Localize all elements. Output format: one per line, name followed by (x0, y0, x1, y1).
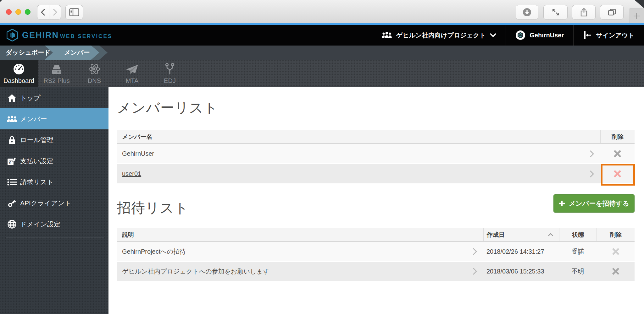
sidebar-toggle-button[interactable] (65, 5, 83, 19)
member-table: メンバー名 削除 GehirnUser user01 (117, 130, 635, 184)
globe-icon (7, 219, 17, 229)
delete-invite-button[interactable] (612, 268, 619, 275)
user-menu[interactable]: GehirnUser (506, 25, 573, 46)
table-row[interactable]: GehirnUser (117, 144, 635, 164)
invite-delete-header: 削除 (597, 228, 635, 241)
table-row[interactable]: ゲヒルン社内プロジェクトへの参加をお願いします 2018/03/06 15:25… (117, 262, 635, 282)
tab-dashboard[interactable]: Dashboard (0, 60, 38, 87)
breadcrumb-item-dashboard[interactable]: ダッシュボード (0, 46, 53, 60)
tab-mta[interactable]: MTA (113, 60, 151, 87)
sort-asc-icon (548, 233, 553, 236)
tab-edj[interactable]: EDJ (151, 60, 189, 87)
chevron-right-icon (590, 170, 594, 178)
gauge-icon (13, 63, 25, 75)
invite-member-button[interactable]: メンバーを招待する (553, 194, 635, 213)
invite-description: GehirnProjectへの招待 (122, 247, 186, 256)
chevron-right-icon (590, 150, 594, 158)
atom-icon (88, 63, 101, 75)
invite-member-button-label: メンバーを招待する (569, 199, 629, 208)
home-icon (7, 94, 17, 102)
sidebar-toggle-icon (69, 8, 79, 16)
sidebar-item-domains[interactable]: ドメイン設定 (0, 214, 108, 235)
gehirn-hexagon-icon (7, 29, 18, 41)
invite-status: 受諾 (572, 247, 584, 256)
tab-label: RS2 Plus (43, 77, 69, 84)
tab-overview-button[interactable] (600, 5, 624, 19)
delete-member-button[interactable] (613, 150, 621, 158)
avatar (515, 30, 525, 40)
zoom-window-button[interactable] (25, 9, 31, 15)
users-icon (7, 115, 17, 123)
forward-icon (52, 8, 58, 16)
sidebar-item-payment[interactable]: ¥ 支払い設定 (0, 150, 108, 171)
app-navbar: GEHIRNWEB SERVICES ゲヒルン社内向けプロジェクト Gehirn… (0, 25, 644, 46)
table-row[interactable]: user01 (117, 164, 635, 184)
invite-status: 不明 (572, 267, 584, 276)
delete-member-button[interactable] (613, 170, 621, 178)
sidebar-item-api-clients[interactable]: APIクライアント (0, 192, 108, 214)
sidebar-item-members[interactable]: メンバー (0, 108, 108, 129)
tab-label: MTA (126, 77, 139, 84)
sidebar-item-label: ロール管理 (20, 136, 53, 144)
sidebar-item-label: トップ (20, 94, 40, 102)
invite-created-header-label: 作成日 (487, 231, 505, 239)
close-window-button[interactable] (6, 9, 12, 15)
sidebar-item-roles[interactable]: ロール管理 (0, 129, 108, 150)
sidebar-item-label: 支払い設定 (20, 157, 53, 165)
tab-label: EDJ (164, 77, 176, 84)
brand-suffix: WEB SERVICES (60, 33, 112, 39)
invite-description: ゲヒルン社内プロジェクトへの参加をお願いします (122, 267, 269, 276)
app-window: GEHIRNWEB SERVICES ゲヒルン社内向けプロジェクト Gehirn… (0, 0, 644, 314)
user-name: GehirnUser (530, 32, 564, 39)
service-tabstrip: Dashboard RS2 Plus DNS MTA EDJ (0, 60, 644, 87)
signout-door-icon (583, 30, 592, 40)
fullscreen-button[interactable] (543, 5, 568, 19)
invite-status-header: 状態 (559, 228, 597, 241)
key-icon (7, 198, 17, 208)
signout-label: サインアウト (596, 31, 635, 40)
invite-list-title: 招待リスト (117, 199, 189, 217)
new-tab-button[interactable] (630, 8, 644, 23)
member-name: GehirnUser (122, 150, 154, 157)
share-button[interactable] (572, 5, 596, 19)
brand-logo[interactable]: GEHIRNWEB SERVICES (0, 29, 112, 41)
project-selector[interactable]: ゲヒルン社内向けプロジェクト (372, 25, 506, 46)
back-icon (40, 8, 46, 16)
back-button[interactable] (37, 5, 49, 19)
sidebar-item-top[interactable]: トップ (0, 87, 108, 108)
lock-icon (7, 135, 17, 145)
sidebar: トップ メンバー ロール管理 ¥ 支払い設定 請求リスト (0, 87, 108, 314)
sidebar-item-billing[interactable]: 請求リスト (0, 171, 108, 192)
server-icon (50, 63, 63, 75)
list-icon (7, 178, 17, 186)
brand-name: GEHIRN (22, 30, 59, 40)
member-name-link[interactable]: user01 (122, 170, 141, 177)
share-icon (580, 8, 588, 17)
paper-plane-icon (125, 63, 139, 75)
sidebar-divider (6, 237, 104, 237)
users-icon (381, 31, 392, 39)
minimize-window-button[interactable] (15, 9, 21, 15)
tab-dns[interactable]: DNS (75, 60, 113, 87)
download-icon (523, 8, 531, 17)
table-row[interactable]: GehirnProjectへの招待 2018/02/26 14:31:27 受諾 (117, 242, 635, 262)
svg-text:¥: ¥ (9, 161, 11, 165)
member-table-header: メンバー名 削除 (117, 130, 635, 144)
forward-button[interactable] (49, 5, 61, 19)
window-corner (635, 0, 644, 8)
sidebar-item-label: メンバー (20, 115, 47, 123)
invite-created: 2018/03/06 15:25:33 (486, 268, 544, 275)
invite-created-header-sortable[interactable]: 作成日 (483, 228, 559, 241)
signout-button[interactable]: サインアウト (573, 25, 644, 46)
tab-rs2-plus[interactable]: RS2 Plus (38, 60, 75, 87)
payment-icon: ¥ (7, 156, 17, 166)
member-name-header: メンバー名 (117, 130, 600, 143)
delete-invite-button-disabled (612, 248, 619, 255)
invite-table: 説明 作成日 状態 削除 GehirnProjectへの招待 2018/02/2… (117, 228, 635, 282)
invite-created: 2018/02/26 14:31:27 (486, 248, 544, 255)
chevron-right-icon (473, 247, 477, 256)
tabs-overview-icon (608, 8, 616, 16)
downloads-button[interactable] (516, 5, 538, 19)
member-list-title: メンバーリスト (117, 99, 218, 117)
sidebar-item-label: ドメイン設定 (20, 220, 60, 229)
